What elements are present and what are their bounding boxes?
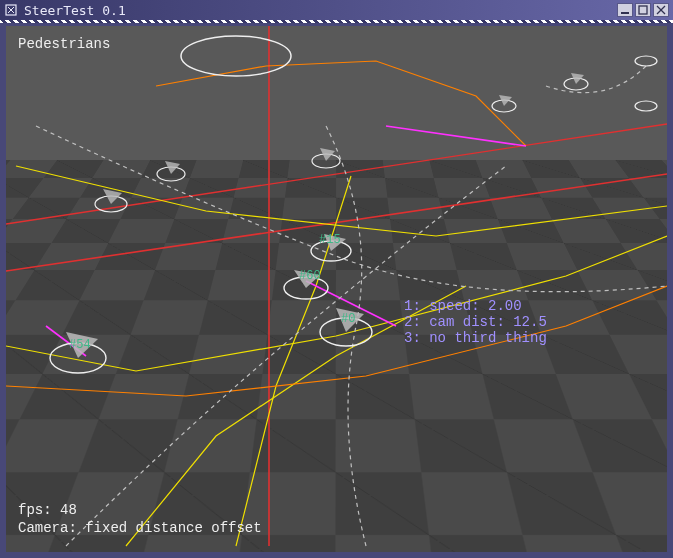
titlebar[interactable]: SteerTest 0.1 (0, 0, 673, 20)
window-controls (617, 3, 669, 17)
obstacle-circle (181, 36, 291, 76)
svg-point-25 (492, 100, 516, 112)
svg-point-24 (564, 78, 588, 90)
ground-plane (6, 161, 667, 552)
svg-point-26 (635, 56, 657, 66)
system-menu-icon[interactable] (4, 3, 18, 17)
titlebar-decoration (0, 20, 673, 23)
scene-name-label: Pedestrians (18, 36, 110, 52)
svg-line-10 (386, 126, 526, 146)
app-window: SteerTest 0.1 (0, 0, 673, 558)
maximize-button[interactable] (635, 3, 651, 17)
svg-point-27 (635, 101, 657, 111)
viewport-3d[interactable]: #15 #60 #0 #54 (6, 26, 667, 552)
window-title: SteerTest 0.1 (24, 3, 617, 18)
close-button[interactable] (653, 3, 669, 17)
svg-rect-4 (639, 6, 647, 14)
minimize-button[interactable] (617, 3, 633, 17)
